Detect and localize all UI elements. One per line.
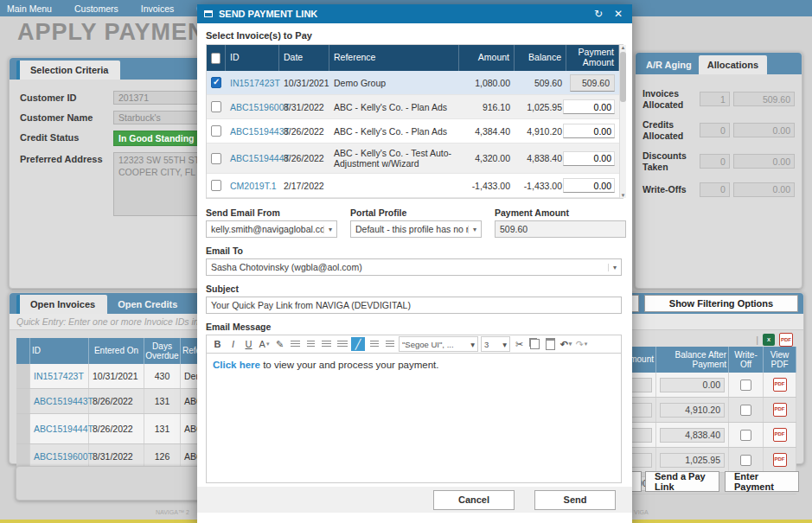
col-balance[interactable]: Balance	[515, 45, 566, 71]
highlighter-icon[interactable]: ✎	[273, 337, 286, 351]
bold-icon[interactable]: B	[211, 337, 224, 351]
balance-after-payment-cell: 0.00	[660, 378, 725, 392]
discounts-taken-count: 0	[700, 154, 730, 169]
payment-amount-input[interactable]	[563, 99, 615, 114]
col-date[interactable]: Date	[279, 45, 329, 71]
invoice-id-link[interactable]: ABC1519600T	[34, 451, 93, 462]
row-checkbox[interactable]	[211, 153, 221, 164]
write-off-checkbox[interactable]	[740, 379, 751, 391]
nav-main-menu[interactable]: Main Menu	[7, 3, 52, 14]
close-icon[interactable]: ✕	[611, 8, 625, 20]
customer-name-label: Customer Name	[20, 111, 113, 123]
nav-customers[interactable]: Customers	[74, 3, 118, 14]
bullet-list-icon[interactable]	[368, 337, 380, 351]
invoice-id-link[interactable]: IN1517423T	[34, 371, 84, 382]
invoice-row[interactable]: ABC1519444T 8/26/2022 ABC - Kelly's Co. …	[207, 144, 619, 174]
font-size-select[interactable]: 3▾	[481, 336, 510, 352]
tab-open-credits[interactable]: Open Credits	[107, 295, 189, 314]
cancel-button[interactable]: Cancel	[433, 490, 515, 510]
tab-selection-criteria[interactable]: Selection Criteria	[16, 61, 120, 80]
row-checkbox[interactable]	[211, 180, 221, 191]
payment-amount-input[interactable]	[563, 151, 615, 166]
portal-profile-select[interactable]: Default - this profile has no restricti …	[350, 220, 482, 238]
invoice-id-link[interactable]: ABC1519444T	[34, 424, 93, 435]
undo-icon[interactable]: ↶▾	[559, 337, 572, 351]
row-checkbox[interactable]	[211, 125, 221, 137]
view-pdf-icon[interactable]: PDF	[773, 428, 787, 442]
tab-ar-aging[interactable]: A/R Aging	[639, 55, 699, 74]
col-payment-amount[interactable]: Payment Amount	[566, 45, 619, 71]
font-color-icon[interactable]: A▾	[258, 337, 271, 351]
payment-amount-input[interactable]	[563, 124, 615, 138]
email-message-field: Email Message B I U A▾ ✎ ╱ "Segoe UI", .…	[206, 322, 623, 483]
font-family-select[interactable]: "Segoe UI", ...▾	[399, 336, 478, 352]
write-off-checkbox[interactable]	[740, 455, 751, 466]
scroll-down-icon[interactable]: ▼	[621, 193, 626, 198]
view-pdf-icon[interactable]: PDF	[773, 403, 787, 417]
row-checkbox-checked[interactable]	[211, 77, 221, 88]
col-view-pdf[interactable]: View PDF	[764, 347, 796, 373]
table-scrollbar[interactable]: ▲ ▼	[619, 45, 626, 198]
payment-amount-total-input[interactable]: 509.60	[495, 220, 626, 238]
send-a-pay-link-button[interactable]: Send a Pay Link	[645, 471, 719, 492]
copy-icon[interactable]	[528, 337, 541, 351]
tab-allocations[interactable]: Allocations	[699, 55, 767, 74]
col-reference[interactable]: Reference	[329, 45, 459, 71]
invoice-id-link[interactable]: ABC1519443T	[34, 396, 93, 407]
footer-brand-right: VIGA	[634, 509, 649, 515]
write-off-checkbox[interactable]	[740, 430, 751, 441]
invoice-row[interactable]: IN1517423T 10/31/2021 Demo Group 1,080.0…	[207, 71, 619, 95]
view-pdf-icon[interactable]: PDF	[773, 453, 787, 467]
send-email-from-select[interactable]: kelly.smith@navigaglobal.com ▾	[206, 220, 337, 238]
payment-amount-input[interactable]	[570, 74, 615, 92]
send-button[interactable]: Send	[534, 490, 616, 510]
payment-amount-input[interactable]	[563, 178, 615, 193]
select-all-checkbox[interactable]	[211, 53, 221, 64]
align-right-icon[interactable]	[320, 337, 333, 351]
export-toolbar: | X PDF	[756, 333, 793, 347]
show-filtering-options-button[interactable]: Show Filtering Options	[644, 295, 798, 312]
col-write-off[interactable]: Write-Off	[729, 347, 764, 373]
subject-input[interactable]: Your Quick Pay Link from NAVIGA (DEVDIGI…	[206, 297, 622, 314]
draw-line-icon[interactable]: ╱	[351, 337, 365, 351]
row-checkbox[interactable]	[211, 101, 221, 112]
col-days-overdue[interactable]: Days Overdue	[144, 338, 181, 364]
invoice-row[interactable]: CM2019T.1 2/17/2022 -1,433.00 -1,433.00	[207, 174, 619, 198]
scroll-up-icon[interactable]: ▲	[621, 45, 626, 50]
click-here-link[interactable]: Click here	[213, 360, 260, 370]
underline-icon[interactable]: U	[242, 337, 255, 351]
align-center-icon[interactable]	[304, 337, 317, 351]
numbered-list-icon[interactable]	[383, 337, 396, 351]
enter-payment-button[interactable]: Enter Payment	[725, 471, 799, 492]
justify-icon[interactable]	[336, 337, 348, 351]
col-amount[interactable]: Amount	[459, 45, 515, 71]
tab-open-invoices[interactable]: Open Invoices	[16, 295, 107, 314]
col-balance-after-payment[interactable]: Balance After Payment	[656, 347, 729, 373]
invoice-row[interactable]: ABC1519600T 8/31/2022 ABC - Kelly's Co. …	[207, 95, 619, 119]
paste-icon[interactable]	[544, 337, 557, 351]
export-pdf-icon[interactable]: PDF	[779, 333, 793, 347]
invoices-allocated-count: 1	[700, 92, 730, 106]
subject-field: Subject Your Quick Pay Link from NAVIGA …	[206, 284, 623, 314]
cut-icon[interactable]: ✂	[513, 337, 526, 351]
invoice-id-link[interactable]: CM2019T.1	[230, 181, 277, 191]
col-id[interactable]: ID	[226, 45, 279, 71]
align-left-icon[interactable]	[289, 337, 302, 351]
credits-allocated-count: 0	[700, 123, 730, 137]
italic-icon[interactable]: I	[227, 337, 240, 351]
refresh-icon[interactable]: ↻	[591, 8, 605, 20]
email-message-editor[interactable]: Click here to view your and process your…	[206, 354, 622, 483]
view-pdf-icon[interactable]: PDF	[773, 378, 787, 392]
col-entered-on[interactable]: Entered On	[89, 338, 144, 364]
invoice-row[interactable]: ABC1519443T 8/26/2022 ABC - Kelly's Co. …	[207, 119, 619, 144]
export-excel-icon[interactable]: X	[763, 334, 775, 346]
scroll-thumb[interactable]	[620, 52, 626, 102]
col-id[interactable]: ID	[30, 338, 89, 364]
email-to-select[interactable]: Sasha Chotovinsky (wgbla@aol.com) ▾	[206, 258, 622, 276]
chevron-down-icon: ▾	[608, 264, 617, 271]
nav-invoices[interactable]: Invoices	[141, 3, 175, 14]
invoice-id-link[interactable]: IN1517423T	[230, 78, 280, 88]
credit-status-label: Credit Status	[20, 131, 113, 143]
redo-icon[interactable]: ↷▾	[575, 337, 588, 351]
write-off-checkbox[interactable]	[740, 405, 751, 416]
